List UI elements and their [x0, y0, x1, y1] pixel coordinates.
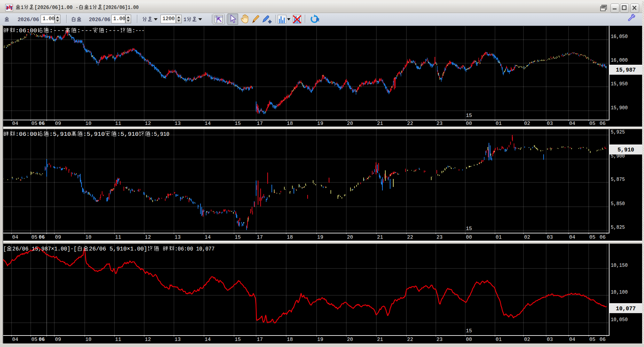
svg-text:23: 23 — [436, 234, 443, 240]
svg-text:21: 21 — [377, 336, 383, 343]
svg-text:17: 17 — [257, 336, 263, 343]
svg-text:10: 10 — [85, 120, 91, 127]
svg-text:06: 06 — [39, 336, 45, 343]
svg-text:[2026/06]1.00 -: [2026/06]1.00 - — [35, 4, 79, 11]
svg-text:15: 15 — [235, 120, 241, 127]
svg-text:R: R — [316, 17, 319, 22]
svg-text:06: 06 — [600, 120, 606, 127]
svg-text:15: 15 — [466, 113, 472, 119]
svg-text:05: 05 — [589, 234, 595, 240]
svg-text:17: 17 — [257, 234, 263, 240]
svg-text:10: 10 — [85, 234, 91, 240]
svg-text:19: 19 — [317, 120, 323, 127]
svg-text:21: 21 — [377, 120, 383, 127]
svg-text:14: 14 — [205, 234, 211, 240]
svg-text::06:00: :06:00 — [15, 27, 37, 34]
svg-text:05: 05 — [31, 120, 37, 127]
svg-text:5,925: 5,925 — [611, 129, 625, 135]
svg-text:5,910: 5,910 — [617, 147, 634, 153]
svg-text::---: :--- — [49, 27, 65, 34]
svg-text:09: 09 — [55, 234, 61, 240]
svg-text:11: 11 — [115, 234, 121, 240]
svg-text:04: 04 — [569, 234, 575, 240]
svg-text:1: 1 — [21, 4, 24, 11]
svg-text::5,910: :5,910 — [49, 131, 71, 138]
svg-text:16,050: 16,050 — [611, 34, 628, 40]
svg-text:06: 06 — [39, 234, 45, 240]
svg-text:03: 03 — [547, 234, 553, 240]
svg-text:01: 01 — [496, 120, 502, 127]
svg-text:01: 01 — [496, 336, 502, 343]
svg-text:13: 13 — [175, 234, 181, 240]
svg-text::5,910: :5,910 — [117, 131, 139, 138]
svg-text:09: 09 — [55, 336, 61, 343]
svg-text::5,910: :5,910 — [83, 131, 105, 138]
svg-text:13: 13 — [175, 336, 181, 343]
svg-text:14: 14 — [205, 120, 211, 127]
svg-text:15: 15 — [235, 234, 241, 240]
svg-text:22: 22 — [407, 120, 413, 127]
svg-text:06: 06 — [39, 120, 45, 127]
svg-text:15,987: 15,987 — [616, 67, 636, 73]
svg-text:04: 04 — [569, 336, 575, 343]
svg-text:02: 02 — [524, 120, 530, 127]
svg-text:18: 18 — [287, 336, 293, 343]
svg-text:10,050: 10,050 — [611, 317, 628, 323]
svg-text:03: 03 — [547, 336, 553, 343]
svg-text:10,077: 10,077 — [616, 305, 636, 312]
svg-text::---: :--- — [132, 27, 145, 34]
svg-text:26/06 5,910×1.00]: 26/06 5,910×1.00] — [89, 246, 147, 252]
svg-text:05: 05 — [589, 120, 595, 127]
svg-text:13: 13 — [175, 120, 181, 127]
svg-text:12: 12 — [145, 120, 151, 127]
svg-text:09: 09 — [55, 120, 61, 127]
svg-text:18: 18 — [287, 234, 293, 240]
svg-text:00: 00 — [466, 336, 472, 343]
svg-text:10: 10 — [85, 336, 91, 343]
svg-text:12: 12 — [145, 336, 151, 343]
svg-text:15: 15 — [235, 336, 241, 343]
svg-text:05: 05 — [31, 234, 37, 240]
svg-text:[2026/06]1.00: [2026/06]1.00 — [103, 4, 139, 11]
svg-text:19: 19 — [317, 336, 323, 343]
svg-text:15,900: 15,900 — [611, 105, 628, 111]
svg-text:5,850: 5,850 — [611, 201, 625, 207]
svg-text:00: 00 — [466, 120, 472, 127]
svg-text::06:00: :06:00 — [15, 131, 37, 138]
svg-text:10,100: 10,100 — [611, 289, 628, 295]
svg-text:06: 06 — [600, 234, 606, 240]
svg-text:11: 11 — [115, 336, 121, 343]
svg-text::---: :--- — [77, 27, 92, 34]
svg-text:26/06 15,987×1.00]-[: 26/06 15,987×1.00]-[ — [12, 246, 77, 252]
svg-text:01: 01 — [496, 234, 502, 240]
svg-text:12: 12 — [145, 234, 151, 240]
svg-text:20: 20 — [347, 336, 353, 343]
svg-text:05: 05 — [589, 336, 595, 343]
svg-text:04: 04 — [12, 234, 18, 240]
svg-text:15: 15 — [466, 226, 472, 232]
svg-text::5,910: :5,910 — [151, 131, 169, 138]
svg-text:1: 1 — [89, 4, 92, 11]
svg-text:02: 02 — [524, 336, 530, 343]
svg-text:19: 19 — [317, 234, 323, 240]
svg-text:10,150: 10,150 — [611, 263, 628, 268]
svg-text:15,950: 15,950 — [611, 81, 628, 87]
svg-text:5,875: 5,875 — [611, 177, 625, 182]
svg-text:15: 15 — [466, 328, 472, 334]
svg-text:22: 22 — [407, 234, 413, 240]
svg-text:22: 22 — [407, 336, 413, 343]
svg-text:06: 06 — [600, 336, 606, 343]
svg-text:18: 18 — [287, 120, 293, 127]
svg-text:17: 17 — [257, 120, 263, 127]
svg-text:03: 03 — [547, 120, 553, 127]
svg-text:04: 04 — [569, 120, 575, 127]
svg-text:00: 00 — [466, 234, 472, 240]
svg-text:20: 20 — [347, 120, 353, 127]
svg-text:14: 14 — [205, 336, 211, 343]
svg-text:23: 23 — [436, 336, 443, 343]
svg-text:[: [ — [3, 246, 6, 252]
svg-text:16,000: 16,000 — [611, 58, 628, 63]
svg-text:23: 23 — [436, 120, 443, 127]
svg-text::06:00 10,077: :06:00 10,077 — [175, 246, 215, 252]
svg-text:20: 20 — [347, 234, 353, 240]
